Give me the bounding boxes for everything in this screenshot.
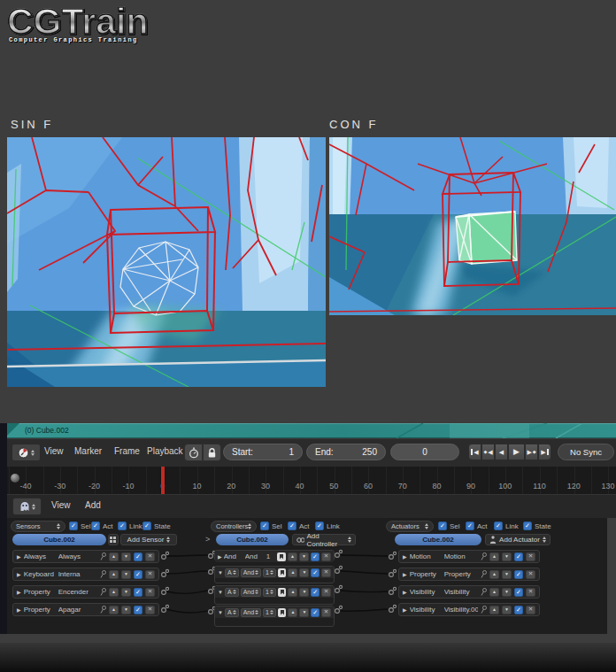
- sync-mode-dropdown[interactable]: No Sync: [558, 444, 614, 460]
- actuator-name-field[interactable]: Property: [444, 570, 478, 578]
- active-checkbox[interactable]: ✓: [134, 588, 142, 597]
- expand-triangle-icon[interactable]: ▶: [403, 572, 407, 577]
- add-actuator-dropdown[interactable]: Add Actuator: [485, 534, 551, 545]
- move-down-button[interactable]: ▼: [502, 552, 512, 561]
- current-frame-field[interactable]: 0: [390, 444, 459, 460]
- menu-marker[interactable]: Marker: [74, 446, 102, 456]
- controllers-sel-checkbox[interactable]: ✓: [260, 521, 269, 530]
- move-up-button[interactable]: ▲: [109, 552, 119, 561]
- move-up-button[interactable]: ▲: [288, 552, 297, 561]
- sensor-name-field[interactable]: Interna: [58, 570, 97, 578]
- delete-button[interactable]: ✕: [526, 588, 535, 597]
- current-frame-cursor[interactable]: [161, 467, 165, 494]
- sensor-row-property-apagar[interactable]: ▶ Property Apagar ▲ ▼ ✓ ✕: [12, 603, 159, 616]
- delete-button[interactable]: ✕: [526, 570, 535, 579]
- actuators-state-checkbox[interactable]: ✓: [523, 521, 532, 530]
- sensor-name-field[interactable]: Apagar: [58, 606, 97, 614]
- move-down-button[interactable]: ▼: [121, 552, 131, 561]
- sensors-act-checkbox[interactable]: ✓: [91, 521, 100, 530]
- bookmark-toggle[interactable]: [278, 568, 286, 577]
- active-checkbox[interactable]: ✓: [311, 588, 320, 597]
- actuators-sel-checkbox[interactable]: ✓: [438, 521, 447, 530]
- move-up-button[interactable]: ▲: [489, 606, 499, 614]
- sensor-row-property-encender[interactable]: ▶ Property Encender ▲ ▼ ✓ ✕: [12, 585, 159, 599]
- controller-type-dropdown[interactable]: And: [241, 568, 261, 577]
- sensors-state-checkbox[interactable]: ✓: [142, 521, 151, 530]
- move-down-button[interactable]: ▼: [121, 588, 131, 597]
- move-up-button[interactable]: ▲: [489, 552, 499, 561]
- delete-button[interactable]: ✕: [526, 552, 535, 561]
- actuator-name-field[interactable]: Motion: [444, 552, 478, 560]
- expand-triangle-icon[interactable]: ▶: [17, 590, 21, 595]
- menu-view[interactable]: View: [44, 446, 64, 456]
- controller-state-chip[interactable]: A: [225, 608, 239, 617]
- move-up-button[interactable]: ▲: [288, 568, 297, 577]
- active-checkbox[interactable]: ✓: [514, 570, 523, 579]
- active-checkbox[interactable]: ✓: [311, 608, 320, 617]
- delete-button[interactable]: ✕: [321, 608, 331, 617]
- delete-button[interactable]: ✕: [526, 606, 535, 614]
- timeline-ruler[interactable]: -40 -30 -20 -10 0 10 20 30 40 50 60 70 8…: [7, 467, 616, 494]
- sensor-row-always[interactable]: ▶ Always Always ▲ ▼ ✓ ✕: [12, 550, 159, 563]
- active-checkbox[interactable]: ✓: [514, 606, 523, 614]
- active-checkbox[interactable]: ✓: [134, 552, 142, 561]
- pin-icon[interactable]: [100, 552, 106, 560]
- active-checkbox[interactable]: ✓: [311, 552, 320, 561]
- actuators-link-checkbox[interactable]: ✓: [494, 521, 503, 530]
- actuator-type[interactable]: Property: [410, 570, 442, 578]
- controller-row-and-2[interactable]: ▼ A And 1 ▲ ▼ ✓ ✕: [214, 566, 335, 583]
- sensors-sel-checkbox[interactable]: ✓: [69, 521, 78, 530]
- move-down-button[interactable]: ▼: [502, 588, 512, 597]
- pin-icon[interactable]: [481, 588, 487, 596]
- actuator-row-visibility-001[interactable]: ▶ Visibility Visibility.001 ▲ ▼ ✓ ✕: [398, 603, 540, 616]
- menu-add[interactable]: Add: [85, 500, 101, 510]
- collapse-triangle-icon[interactable]: ▼: [218, 590, 223, 595]
- controller-state-stepper[interactable]: 1: [263, 588, 276, 597]
- jump-to-end-button[interactable]: ▶: [538, 444, 551, 460]
- menu-view[interactable]: View: [51, 500, 71, 510]
- actuator-row-property[interactable]: ▶ Property Property ▲ ▼ ✓ ✕: [398, 568, 540, 581]
- sensor-name-field[interactable]: Encender: [58, 588, 97, 596]
- active-checkbox[interactable]: ✓: [514, 552, 523, 561]
- menu-playback[interactable]: Playback: [147, 446, 183, 456]
- play-button[interactable]: ▶: [508, 444, 525, 460]
- move-up-button[interactable]: ▲: [288, 608, 297, 617]
- move-down-button[interactable]: ▼: [502, 606, 512, 614]
- next-keyframe-button[interactable]: ▶◆: [525, 444, 538, 460]
- expand-objects-arrow[interactable]: >: [205, 535, 210, 544]
- controller-state-stepper[interactable]: 1: [263, 608, 276, 617]
- controllers-link-checkbox[interactable]: ✓: [315, 521, 324, 530]
- actuators-act-checkbox[interactable]: ✓: [466, 521, 474, 530]
- controller-state-chip[interactable]: A: [225, 588, 239, 597]
- collapse-triangle-icon[interactable]: ▼: [218, 570, 223, 575]
- controllers-filter-dropdown[interactable]: Controllers: [211, 521, 257, 532]
- delete-button[interactable]: ✕: [321, 568, 331, 577]
- pin-icon[interactable]: [100, 588, 106, 596]
- move-down-button[interactable]: ▼: [299, 608, 309, 617]
- actuator-row-motion[interactable]: ▶ Motion Motion ▲ ▼ ✓ ✕: [398, 550, 540, 563]
- actuators-filter-dropdown[interactable]: Actuators: [386, 521, 434, 532]
- sensors-link-checkbox[interactable]: ✓: [118, 521, 127, 530]
- actuator-type[interactable]: Visibility: [410, 588, 442, 596]
- controller-row-and-3[interactable]: ▼ A And 1 ▲ ▼ ✓ ✕: [214, 585, 335, 605]
- move-down-button[interactable]: ▼: [502, 570, 512, 579]
- controller-type-dropdown[interactable]: And: [241, 608, 261, 617]
- pin-icon[interactable]: [100, 606, 106, 614]
- sensor-row-keyboard[interactable]: ▶ Keyboard Interna ▲ ▼ ✓ ✕: [12, 568, 159, 581]
- controllers-act-checkbox[interactable]: ✓: [288, 521, 296, 530]
- sensor-type[interactable]: Keyboard: [24, 570, 56, 578]
- start-frame-field[interactable]: Start: 1: [223, 444, 303, 460]
- actuator-type[interactable]: Motion: [410, 552, 442, 560]
- move-up-button[interactable]: ▲: [489, 588, 499, 597]
- delete-button[interactable]: ✕: [145, 552, 155, 561]
- pin-icon[interactable]: [481, 570, 487, 578]
- sensors-filter-dropdown[interactable]: Sensors: [11, 521, 65, 532]
- move-up-button[interactable]: ▲: [288, 588, 297, 597]
- sensor-type[interactable]: Property: [24, 588, 56, 596]
- move-down-button[interactable]: ▼: [121, 606, 131, 614]
- sensor-type[interactable]: Always: [24, 552, 56, 560]
- pin-icon[interactable]: [481, 552, 487, 560]
- controller-state-value[interactable]: 1: [266, 552, 275, 560]
- controllers-object-name[interactable]: Cube.002: [216, 534, 289, 545]
- delete-button[interactable]: ✕: [321, 552, 331, 561]
